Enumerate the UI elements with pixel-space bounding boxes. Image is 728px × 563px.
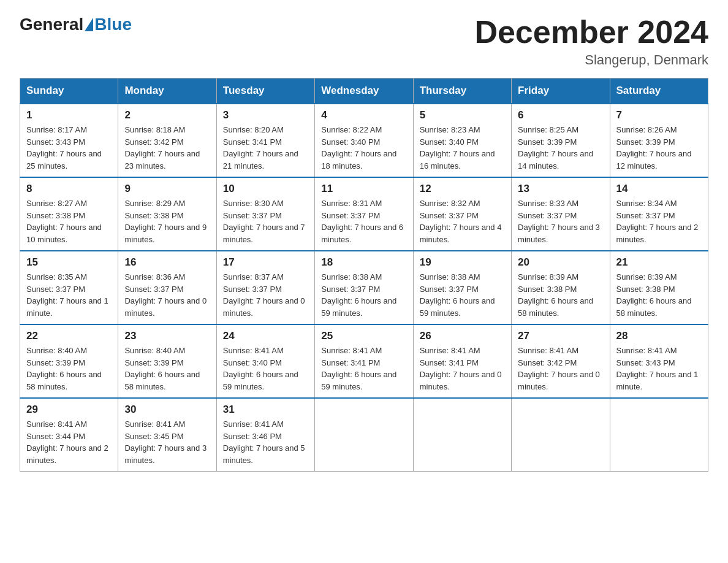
- title-section: December 2024 Slangerup, Denmark: [474, 15, 708, 68]
- location-subtitle: Slangerup, Denmark: [474, 52, 708, 68]
- header-saturday: Saturday: [610, 79, 708, 104]
- header-sunday: Sunday: [20, 79, 118, 104]
- calendar-cell: 22 Sunrise: 8:40 AM Sunset: 3:39 PM Dayl…: [20, 324, 118, 398]
- calendar-week-row-4: 22 Sunrise: 8:40 AM Sunset: 3:39 PM Dayl…: [20, 324, 708, 398]
- calendar-cell: 13 Sunrise: 8:33 AM Sunset: 3:37 PM Dayl…: [512, 177, 610, 251]
- day-number: 7: [616, 109, 702, 121]
- calendar-cell: 29 Sunrise: 8:41 AM Sunset: 3:44 PM Dayl…: [20, 398, 118, 472]
- day-info: Sunrise: 8:30 AM Sunset: 3:37 PM Dayligh…: [223, 197, 308, 245]
- calendar-cell: 12 Sunrise: 8:32 AM Sunset: 3:37 PM Dayl…: [413, 177, 511, 251]
- calendar-cell: 24 Sunrise: 8:41 AM Sunset: 3:40 PM Dayl…: [216, 324, 314, 398]
- calendar-cell: 31 Sunrise: 8:41 AM Sunset: 3:46 PM Dayl…: [216, 398, 314, 472]
- logo-triangle-icon: [85, 18, 93, 31]
- day-number: 15: [26, 256, 112, 269]
- day-number: 2: [124, 109, 210, 121]
- day-info: Sunrise: 8:33 AM Sunset: 3:37 PM Dayligh…: [518, 197, 603, 245]
- day-number: 17: [223, 256, 308, 269]
- day-number: 31: [223, 404, 308, 416]
- day-number: 12: [420, 183, 505, 195]
- day-info: Sunrise: 8:41 AM Sunset: 3:45 PM Dayligh…: [124, 418, 210, 466]
- day-number: 22: [26, 330, 112, 342]
- day-number: 28: [616, 330, 702, 342]
- day-info: Sunrise: 8:31 AM Sunset: 3:37 PM Dayligh…: [321, 197, 406, 245]
- logo-general-text: General: [20, 15, 83, 34]
- day-number: 19: [420, 256, 505, 269]
- calendar-cell: 30 Sunrise: 8:41 AM Sunset: 3:45 PM Dayl…: [118, 398, 216, 472]
- calendar-cell: 16 Sunrise: 8:36 AM Sunset: 3:37 PM Dayl…: [118, 251, 216, 324]
- calendar-cell: 8 Sunrise: 8:27 AM Sunset: 3:38 PM Dayli…: [20, 177, 118, 251]
- day-info: Sunrise: 8:32 AM Sunset: 3:37 PM Dayligh…: [420, 197, 505, 245]
- day-info: Sunrise: 8:41 AM Sunset: 3:43 PM Dayligh…: [616, 345, 702, 393]
- day-info: Sunrise: 8:27 AM Sunset: 3:38 PM Dayligh…: [26, 197, 112, 245]
- day-number: 26: [420, 330, 505, 342]
- calendar-cell: 6 Sunrise: 8:25 AM Sunset: 3:39 PM Dayli…: [512, 104, 610, 177]
- logo: General Blue: [20, 15, 132, 34]
- day-info: Sunrise: 8:39 AM Sunset: 3:38 PM Dayligh…: [616, 271, 702, 319]
- day-number: 25: [321, 330, 406, 342]
- day-number: 23: [124, 330, 210, 342]
- page-header: General Blue December 2024 Slangerup, De…: [20, 15, 708, 68]
- day-info: Sunrise: 8:20 AM Sunset: 3:41 PM Dayligh…: [223, 124, 308, 172]
- calendar-week-row-3: 15 Sunrise: 8:35 AM Sunset: 3:37 PM Dayl…: [20, 251, 708, 324]
- header-wednesday: Wednesday: [315, 79, 413, 104]
- day-number: 5: [420, 109, 505, 121]
- calendar-cell: 1 Sunrise: 8:17 AM Sunset: 3:43 PM Dayli…: [20, 104, 118, 177]
- calendar-week-row-5: 29 Sunrise: 8:41 AM Sunset: 3:44 PM Dayl…: [20, 398, 708, 472]
- day-info: Sunrise: 8:35 AM Sunset: 3:37 PM Dayligh…: [26, 271, 112, 319]
- day-number: 8: [26, 183, 112, 195]
- weekday-header-row: Sunday Monday Tuesday Wednesday Thursday…: [20, 79, 708, 104]
- calendar-week-row-2: 8 Sunrise: 8:27 AM Sunset: 3:38 PM Dayli…: [20, 177, 708, 251]
- day-number: 4: [321, 109, 406, 121]
- calendar-cell: 23 Sunrise: 8:40 AM Sunset: 3:39 PM Dayl…: [118, 324, 216, 398]
- day-number: 1: [26, 109, 112, 121]
- day-number: 24: [223, 330, 308, 342]
- day-info: Sunrise: 8:39 AM Sunset: 3:38 PM Dayligh…: [518, 271, 603, 319]
- header-thursday: Thursday: [413, 79, 511, 104]
- calendar-cell: 9 Sunrise: 8:29 AM Sunset: 3:38 PM Dayli…: [118, 177, 216, 251]
- calendar-cell: [413, 398, 511, 472]
- calendar-cell: 17 Sunrise: 8:37 AM Sunset: 3:37 PM Dayl…: [216, 251, 314, 324]
- calendar-cell: 14 Sunrise: 8:34 AM Sunset: 3:37 PM Dayl…: [610, 177, 708, 251]
- calendar-cell: 28 Sunrise: 8:41 AM Sunset: 3:43 PM Dayl…: [610, 324, 708, 398]
- day-info: Sunrise: 8:41 AM Sunset: 3:46 PM Dayligh…: [223, 418, 308, 466]
- day-number: 29: [26, 404, 112, 416]
- day-info: Sunrise: 8:40 AM Sunset: 3:39 PM Dayligh…: [26, 345, 112, 393]
- day-info: Sunrise: 8:37 AM Sunset: 3:37 PM Dayligh…: [223, 271, 308, 319]
- day-info: Sunrise: 8:41 AM Sunset: 3:41 PM Dayligh…: [420, 345, 505, 393]
- day-number: 6: [518, 109, 603, 121]
- day-number: 3: [223, 109, 308, 121]
- day-info: Sunrise: 8:34 AM Sunset: 3:37 PM Dayligh…: [616, 197, 702, 245]
- header-friday: Friday: [512, 79, 610, 104]
- calendar-table: Sunday Monday Tuesday Wednesday Thursday…: [20, 78, 708, 472]
- day-info: Sunrise: 8:25 AM Sunset: 3:39 PM Dayligh…: [518, 124, 603, 172]
- day-info: Sunrise: 8:41 AM Sunset: 3:40 PM Dayligh…: [223, 345, 308, 393]
- day-info: Sunrise: 8:41 AM Sunset: 3:44 PM Dayligh…: [26, 418, 112, 466]
- day-number: 16: [124, 256, 210, 269]
- calendar-cell: 3 Sunrise: 8:20 AM Sunset: 3:41 PM Dayli…: [216, 104, 314, 177]
- day-info: Sunrise: 8:22 AM Sunset: 3:40 PM Dayligh…: [321, 124, 406, 172]
- day-number: 27: [518, 330, 603, 342]
- calendar-cell: 7 Sunrise: 8:26 AM Sunset: 3:39 PM Dayli…: [610, 104, 708, 177]
- calendar-cell: [315, 398, 413, 472]
- day-info: Sunrise: 8:29 AM Sunset: 3:38 PM Dayligh…: [124, 197, 210, 245]
- calendar-cell: 20 Sunrise: 8:39 AM Sunset: 3:38 PM Dayl…: [512, 251, 610, 324]
- day-info: Sunrise: 8:40 AM Sunset: 3:39 PM Dayligh…: [124, 345, 210, 393]
- header-tuesday: Tuesday: [216, 79, 314, 104]
- calendar-cell: 15 Sunrise: 8:35 AM Sunset: 3:37 PM Dayl…: [20, 251, 118, 324]
- day-info: Sunrise: 8:26 AM Sunset: 3:39 PM Dayligh…: [616, 124, 702, 172]
- day-info: Sunrise: 8:23 AM Sunset: 3:40 PM Dayligh…: [420, 124, 505, 172]
- calendar-cell: 19 Sunrise: 8:38 AM Sunset: 3:37 PM Dayl…: [413, 251, 511, 324]
- logo-blue-text: Blue: [94, 15, 132, 34]
- month-title: December 2024: [474, 15, 708, 50]
- calendar-cell: 26 Sunrise: 8:41 AM Sunset: 3:41 PM Dayl…: [413, 324, 511, 398]
- calendar-cell: 4 Sunrise: 8:22 AM Sunset: 3:40 PM Dayli…: [315, 104, 413, 177]
- day-info: Sunrise: 8:41 AM Sunset: 3:41 PM Dayligh…: [321, 345, 406, 393]
- header-monday: Monday: [118, 79, 216, 104]
- calendar-cell: 27 Sunrise: 8:41 AM Sunset: 3:42 PM Dayl…: [512, 324, 610, 398]
- day-info: Sunrise: 8:38 AM Sunset: 3:37 PM Dayligh…: [420, 271, 505, 319]
- calendar-cell: 11 Sunrise: 8:31 AM Sunset: 3:37 PM Dayl…: [315, 177, 413, 251]
- day-number: 18: [321, 256, 406, 269]
- day-info: Sunrise: 8:18 AM Sunset: 3:42 PM Dayligh…: [124, 124, 210, 172]
- day-number: 14: [616, 183, 702, 195]
- day-number: 21: [616, 256, 702, 269]
